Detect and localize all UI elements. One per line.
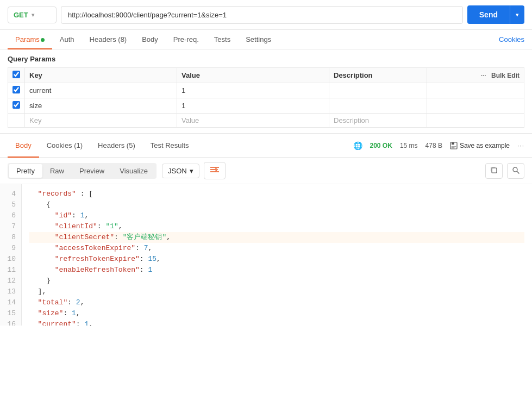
- params-header-bulk: ··· Bulk Edit: [427, 68, 524, 83]
- send-dropdown-button[interactable]: ▾: [510, 5, 524, 24]
- body-toolbar: Pretty Raw Preview Visualize JSON ▾: [0, 158, 532, 184]
- empty-checkbox-cell: [8, 114, 25, 128]
- svg-rect-1: [452, 142, 454, 145]
- save-icon: [450, 142, 458, 149]
- code-line-6: "id": 1,: [29, 210, 524, 221]
- globe-icon: 🌐: [353, 141, 362, 150]
- format-tab-raw[interactable]: Raw: [42, 164, 72, 178]
- send-chevron: ▾: [516, 11, 519, 18]
- format-tab-preview[interactable]: Preview: [72, 164, 112, 178]
- select-all-checkbox[interactable]: [12, 71, 20, 78]
- query-params-section: Query Params Key Value Description ··· B…: [0, 49, 532, 134]
- response-tab-cookies[interactable]: Cookies (1): [39, 137, 90, 154]
- params-header-description: Description: [329, 68, 427, 83]
- send-button-group: Send ▾: [467, 5, 524, 24]
- code-content: "records" : [ { "id": 1, "clientId": "1"…: [22, 184, 532, 326]
- code-line-15: "size": 1,: [29, 308, 524, 319]
- code-line-16: "current": 1,: [29, 319, 524, 326]
- response-meta: 🌐 200 OK 15 ms 478 B Save as example ···: [353, 141, 524, 150]
- row1-key[interactable]: current: [25, 83, 177, 98]
- tab-settings-label: Settings: [246, 35, 271, 43]
- response-tab-body[interactable]: Body: [8, 137, 39, 154]
- params-empty-row: Key Value Description: [8, 114, 524, 128]
- url-input[interactable]: [61, 6, 463, 24]
- send-button[interactable]: Send: [467, 5, 510, 24]
- tab-auth[interactable]: Auth: [52, 30, 82, 49]
- url-input-wrap: [61, 6, 463, 24]
- svg-point-6: [513, 167, 517, 172]
- code-line-4: "records" : [: [29, 189, 524, 199]
- response-tab-test-results-label: Test Results: [151, 141, 189, 149]
- tab-tests[interactable]: Tests: [206, 30, 238, 49]
- tab-headers-label: Headers (8): [90, 35, 127, 43]
- svg-line-7: [517, 171, 520, 173]
- line-numbers: 4 5 6 7 8 9 10 11 12 13 14 15 16 17: [0, 184, 22, 326]
- row1-value[interactable]: 1: [177, 83, 329, 98]
- code-line-5: {: [29, 199, 524, 210]
- row2-extra: [427, 98, 524, 114]
- empty-key[interactable]: Key: [25, 114, 177, 128]
- response-tab-headers[interactable]: Headers (5): [90, 137, 143, 154]
- code-line-12: }: [29, 276, 524, 286]
- save-example-label: Save as example: [460, 142, 510, 149]
- tab-prereq[interactable]: Pre-req.: [166, 30, 206, 49]
- code-line-10: "refreshTokenExpire": 15,: [29, 254, 524, 265]
- code-line-7: "clientId": "1",: [29, 221, 524, 232]
- cookies-link[interactable]: Cookies: [499, 35, 524, 43]
- response-more-options[interactable]: ···: [517, 142, 524, 149]
- format-tab-visualize[interactable]: Visualize: [112, 164, 155, 178]
- response-tab-cookies-label: Cookies (1): [47, 141, 83, 149]
- table-row: size 1: [8, 98, 524, 114]
- tab-settings[interactable]: Settings: [238, 30, 279, 49]
- method-label: GET: [14, 11, 28, 19]
- response-tabs: Body Cookies (1) Headers (5) Test Result…: [8, 137, 197, 154]
- row1-description[interactable]: [329, 83, 427, 98]
- response-status: 200 OK: [370, 142, 392, 149]
- row2-key[interactable]: size: [25, 98, 177, 114]
- format-selector-label: JSON: [168, 167, 187, 175]
- row2-description[interactable]: [329, 98, 427, 114]
- tab-body[interactable]: Body: [134, 30, 166, 49]
- table-dots[interactable]: ···: [481, 72, 486, 79]
- tab-auth-label: Auth: [60, 35, 74, 43]
- search-icon: [512, 166, 520, 174]
- tab-params[interactable]: Params: [8, 30, 52, 49]
- format-selector[interactable]: JSON ▾: [162, 164, 199, 178]
- format-tabs: Pretty Raw Preview Visualize: [8, 163, 157, 179]
- tab-body-label: Body: [142, 35, 158, 43]
- row1-checkbox[interactable]: [12, 86, 20, 93]
- format-tab-raw-label: Raw: [50, 167, 64, 175]
- empty-description[interactable]: Description: [329, 114, 427, 128]
- table-row: current 1: [8, 83, 524, 98]
- params-table: Key Value Description ··· Bulk Edit curr…: [8, 67, 524, 128]
- response-time: 15 ms: [400, 142, 418, 149]
- params-dot: [41, 38, 45, 42]
- row1-extra: [427, 83, 524, 98]
- wrap-button[interactable]: [204, 162, 226, 179]
- params-header-key: Key: [25, 68, 177, 83]
- copy-button[interactable]: [485, 163, 503, 179]
- response-tab-test-results[interactable]: Test Results: [143, 137, 197, 154]
- format-chevron: ▾: [190, 167, 193, 175]
- params-header-checkbox: [8, 68, 25, 83]
- bulk-edit-link[interactable]: Bulk Edit: [491, 72, 520, 79]
- save-as-example[interactable]: Save as example: [450, 142, 510, 149]
- body-actions: [485, 163, 524, 179]
- code-line-13: ],: [29, 286, 524, 297]
- row2-checkbox[interactable]: [12, 101, 20, 109]
- code-view: 4 5 6 7 8 9 10 11 12 13 14 15 16 17 "rec…: [0, 184, 532, 326]
- tab-tests-label: Tests: [214, 35, 230, 43]
- query-params-title: Query Params: [8, 55, 524, 63]
- method-selector[interactable]: GET ▾: [8, 7, 57, 23]
- row2-value[interactable]: 1: [177, 98, 329, 114]
- empty-value[interactable]: Value: [177, 114, 329, 128]
- tab-headers[interactable]: Headers (8): [82, 30, 135, 49]
- svg-rect-5: [492, 168, 497, 173]
- format-tab-pretty[interactable]: Pretty: [9, 164, 42, 178]
- request-nav-tabs: Params Auth Headers (8) Body Pre-req. Te…: [0, 30, 532, 49]
- row2-checkbox-cell: [8, 98, 25, 114]
- search-button[interactable]: [507, 163, 524, 179]
- wrap-icon: [210, 165, 220, 174]
- response-bar: Body Cookies (1) Headers (5) Test Result…: [0, 134, 532, 158]
- tab-prereq-label: Pre-req.: [173, 35, 199, 43]
